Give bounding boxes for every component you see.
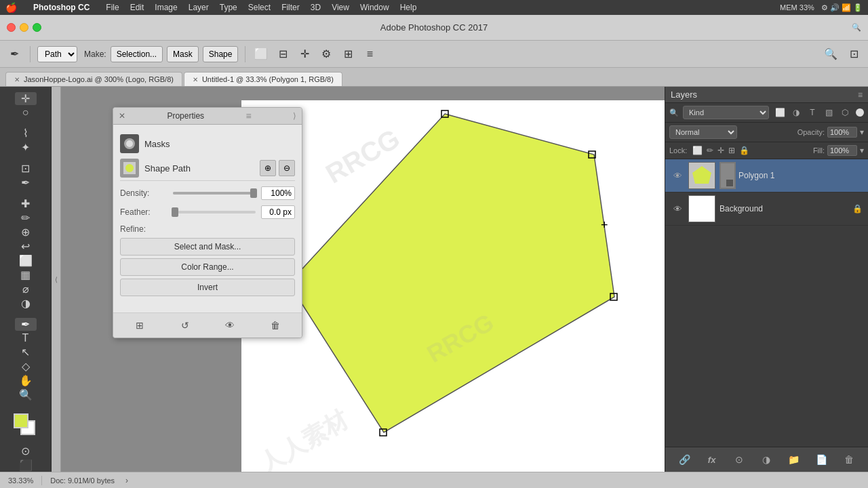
delete-layer-icon[interactable]: 🗑 [841, 451, 857, 468]
select-mask-button[interactable]: Select and Mask... [120, 238, 295, 256]
add-mask-button[interactable]: ⊕ [260, 160, 276, 176]
search-icon[interactable]: 🔍 [822, 45, 840, 63]
options-tool[interactable]: ⊞ [339, 45, 357, 63]
layer-item-polygon1[interactable]: 👁 Polygon 1 [665, 159, 868, 192]
eraser-tool[interactable]: ⬜ [15, 254, 37, 267]
pen-tool[interactable]: ✒ [5, 45, 23, 63]
add-layer-icon[interactable]: 📄 [813, 451, 829, 468]
lasso-tool[interactable]: ⌇ [15, 127, 37, 140]
settings-tool[interactable]: ⚙ [317, 45, 335, 63]
blur-tool[interactable]: ⌀ [15, 283, 37, 296]
delete-icon[interactable]: 🗑 [267, 317, 283, 333]
text-tool[interactable]: T [15, 332, 37, 344]
menu-view[interactable]: View [332, 3, 349, 12]
distribute-tool[interactable]: ⊟ [274, 45, 292, 63]
pixel-filter-icon[interactable]: ⬜ [773, 106, 787, 119]
close-button[interactable] [7, 23, 16, 32]
minimize-button[interactable] [20, 23, 28, 32]
shape-button[interactable]: Shape [203, 46, 239, 62]
ellipse-tool[interactable]: ○ [15, 106, 37, 119]
dodge-tool[interactable]: ◑ [15, 297, 37, 310]
blend-mode-select[interactable]: Normal [669, 125, 737, 139]
fill-input[interactable] [827, 145, 857, 156]
menu-3d[interactable]: 3D [311, 3, 321, 12]
density-value[interactable] [261, 186, 295, 200]
feather-slider[interactable] [173, 211, 256, 214]
pen-tool[interactable]: ✒ [15, 318, 37, 331]
tab-1-close[interactable]: ✕ [193, 76, 198, 83]
color-range-button[interactable]: Color Range... [120, 258, 295, 276]
fx-icon[interactable]: fx [704, 451, 720, 468]
lock-paint-icon[interactable]: ✏ [707, 146, 713, 155]
add-mask-icon[interactable]: ⊙ [731, 451, 747, 468]
layer-eye-background[interactable]: 👁 [671, 204, 684, 214]
align-tool[interactable]: ⬜ [252, 45, 270, 63]
gradient-tool[interactable]: ▦ [15, 268, 37, 281]
lock-position-icon[interactable]: ✛ [717, 146, 724, 155]
adjustment-filter-icon[interactable]: ◑ [789, 106, 803, 119]
panel-close-button[interactable]: ✕ [119, 111, 125, 121]
eyedropper[interactable]: ✒ [15, 176, 37, 189]
subtract-mask-button[interactable]: ⊖ [279, 160, 295, 176]
layer-item-background[interactable]: 👁 Background 🔒 [665, 192, 868, 226]
invert-button[interactable]: Invert [120, 279, 295, 296]
lock-transparent-icon[interactable]: ⬜ [692, 146, 703, 155]
hand-tool[interactable]: ✋ [15, 374, 37, 387]
revert-icon[interactable]: ↺ [177, 317, 193, 333]
stamp-tool[interactable]: ⊕ [15, 226, 37, 239]
lock-artboard-icon[interactable]: ⊞ [728, 146, 735, 155]
panel-menu-icon[interactable]: ≡ [245, 110, 251, 121]
text-filter-icon[interactable]: T [806, 106, 819, 119]
healing-tool[interactable]: ✚ [15, 197, 37, 210]
history-tool[interactable]: ↩ [15, 240, 37, 253]
visibility-icon[interactable]: 👁 [222, 317, 238, 333]
foreground-color[interactable] [14, 413, 28, 428]
path-dropdown[interactable]: Path [37, 46, 77, 62]
polygon-shape[interactable] [289, 114, 614, 432]
menu-file[interactable]: File [106, 3, 119, 12]
menu-select[interactable]: Select [248, 3, 271, 12]
tab-0-close[interactable]: ✕ [14, 76, 20, 83]
density-slider[interactable] [173, 192, 256, 195]
menu-type[interactable]: Type [220, 3, 237, 12]
lock-all-icon[interactable]: 🔒 [739, 146, 749, 155]
search-icon[interactable]: 🔍 [852, 23, 861, 32]
layers-menu-icon[interactable]: ≡ [858, 90, 863, 100]
selection-button[interactable]: Selection... [111, 46, 163, 62]
shape-tool[interactable]: ◇ [15, 360, 37, 373]
link-layers-icon[interactable]: 🔗 [676, 451, 692, 468]
layout-icon[interactable]: ⊡ [845, 45, 863, 63]
tab-1[interactable]: ✕ Untitled-1 @ 33.3% (Polygon 1, RGB/8) [184, 72, 342, 86]
menu-edit[interactable]: Edit [130, 3, 144, 12]
menu-layer[interactable]: Layer [189, 3, 209, 12]
mask-button[interactable]: Mask [167, 46, 199, 62]
screen-mode[interactable]: ⬛ [15, 459, 37, 472]
zoom-tool[interactable]: 🔍 [15, 388, 37, 401]
add-adjustment-icon[interactable]: ◑ [758, 451, 774, 468]
menu-help[interactable]: Help [400, 3, 417, 12]
opacity-dropdown-icon[interactable]: ▾ [860, 127, 864, 137]
filter-active-dot[interactable] [856, 108, 864, 117]
status-expand-icon[interactable]: › [125, 476, 128, 485]
opacity-input[interactable] [827, 127, 857, 138]
magic-wand[interactable]: ✦ [15, 141, 37, 154]
menu-window[interactable]: Window [360, 3, 389, 12]
quick-mask[interactable]: ⊙ [15, 445, 37, 458]
transform-tool[interactable]: ✛ [296, 45, 313, 63]
path-selection[interactable]: ↖ [15, 346, 37, 359]
move-tool[interactable]: ✛ [15, 92, 37, 105]
arrange-tool[interactable]: ≡ [361, 45, 378, 63]
smart-filter-icon[interactable]: ⬡ [838, 106, 852, 119]
feather-value[interactable] [261, 205, 295, 219]
crop-tool[interactable]: ⊡ [15, 162, 37, 175]
tab-0[interactable]: ✕ JasonHoppe-Logo.ai @ 300% (Logo, RGB/8… [5, 72, 182, 86]
maximize-button[interactable] [33, 23, 41, 32]
add-group-icon[interactable]: 📁 [786, 451, 802, 468]
apple-menu[interactable]: 🍎 [5, 2, 17, 13]
panel-toggle[interactable]: ⟨ [52, 87, 61, 472]
fill-dropdown-icon[interactable]: ▾ [860, 146, 864, 155]
panel-collapse-icon[interactable]: ⟩ [293, 111, 296, 121]
add-pixel-mask-icon[interactable]: ⊞ [132, 317, 148, 333]
brush-tool[interactable]: ✏ [15, 211, 37, 224]
shape-filter-icon[interactable]: ▧ [822, 106, 835, 119]
